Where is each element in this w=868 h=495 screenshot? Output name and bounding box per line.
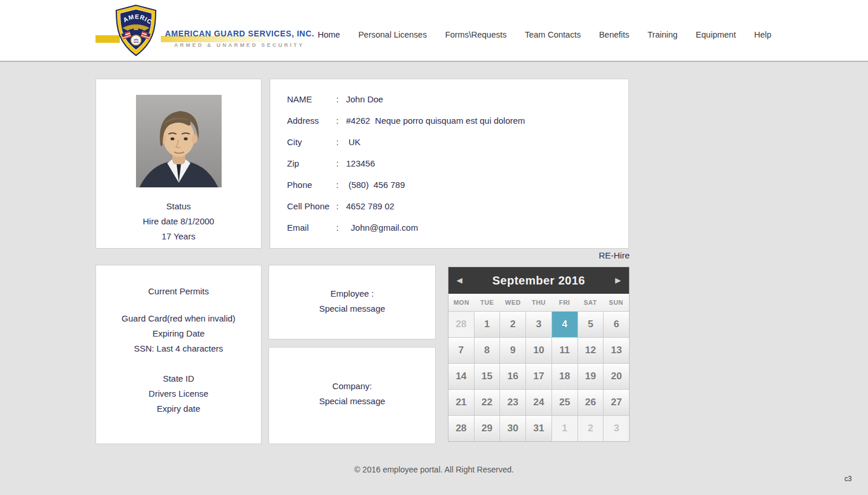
nav-item-forms-requests[interactable]: Forms\Requests [445,30,506,39]
calendar-day[interactable]: 19 [578,364,604,389]
calendar-prev-month-icon[interactable]: ◀ [453,267,466,294]
permits-group-state-id: State IDDrivers LicenseExpiry date [96,371,261,416]
status-line-1: Hire date 8/1/2000 [96,214,261,229]
calendar-day[interactable]: 13 [604,338,629,363]
calendar-day[interactable]: 5 [578,312,604,337]
calendar-dayname-mon: MON [448,294,475,311]
calendar-day[interactable]: 14 [448,364,474,389]
calendar-day[interactable]: 2 [578,416,604,441]
calendar-day[interactable]: 7 [448,338,474,363]
calendar-day[interactable]: 6 [604,312,629,337]
permit-line-state-id: State ID [96,371,261,386]
nav-item-training[interactable]: Training [648,30,678,39]
info-label: Cell Phone [287,201,336,211]
info-label: Phone [287,180,336,190]
info-colon: : [336,223,346,232]
permit-line-expiring-date: Expiring Date [96,326,261,341]
calendar-day-selected[interactable]: 4 [552,312,578,337]
calendar-day[interactable]: 16 [500,364,525,389]
status-block: StatusHire date 8/1/200017 Years [96,199,261,244]
company-message-title: Company: [269,379,435,394]
calendar-day[interactable]: 31 [526,416,551,441]
calendar-day[interactable]: 9 [500,338,525,363]
calendar-dayname-sat: SAT [578,294,604,311]
info-colon: : [336,116,346,125]
nav-item-team-contacts[interactable]: Team Contacts [525,30,581,39]
current-permits-panel: Current Permits Guard Card(red when inva… [95,265,262,444]
calendar-day[interactable]: 18 [552,364,578,389]
info-colon: : [336,94,346,104]
calendar-next-month-icon[interactable]: ▶ [612,267,624,294]
calendar-day[interactable]: 27 [604,390,629,415]
calendar-day[interactable]: 24 [526,390,551,415]
calendar-day[interactable]: 10 [526,338,551,363]
calendar-grid: 2812345678910111213141516171819202122232… [448,312,629,441]
calendar-day[interactable]: 26 [578,390,604,415]
permit-line-ssn-last-4-characters: SSN: Last 4 characters [96,341,261,356]
info-value: 123456 [346,158,375,168]
footer-copyright: © 2016 employee portal. All Right Reserv… [0,465,868,474]
info-row-city: City: UK [287,131,628,153]
company-logo-shield-icon: AMERICAN ⚖ [113,4,159,57]
info-colon: : [336,201,346,211]
company-tagline: ARMED & UNARMED SECURITY [174,42,304,48]
info-row-name: NAME:John Doe [287,88,628,110]
calendar-day[interactable]: 22 [475,390,500,415]
info-label: Email [287,223,336,232]
calendar-day[interactable]: 29 [475,416,500,441]
info-value: John@gmail.com [346,223,418,232]
employee-info-panel: NAME:John DoeAddress:#4262 Neque porro q… [270,79,629,249]
status-line-2: 17 Years [96,229,261,244]
corner-label: c3 [844,475,852,483]
nav-item-equipment[interactable]: Equipment [696,30,735,39]
calendar-day[interactable]: 11 [552,338,578,363]
calendar-day[interactable]: 3 [604,416,629,441]
info-row-address: Address:#4262 Neque porro quisquam est q… [287,110,628,131]
status-line-0: Status [96,199,261,214]
info-label: Zip [287,158,336,168]
calendar-day[interactable]: 20 [604,364,629,389]
info-value: UK [346,137,361,147]
calendar-day[interactable]: 3 [526,312,551,337]
calendar-day[interactable]: 28 [448,416,474,441]
calendar-day[interactable]: 1 [475,312,500,337]
calendar-day[interactable]: 2 [500,312,525,337]
info-rows: NAME:John DoeAddress:#4262 Neque porro q… [287,88,628,238]
info-value: 4652 789 02 [346,201,394,211]
calendar-month-title: September 2016 [492,274,585,287]
info-colon: : [336,137,346,147]
nav-item-help[interactable]: Help [754,30,771,39]
calendar-day[interactable]: 23 [500,390,525,415]
calendar-day[interactable]: 12 [578,338,604,363]
employee-message-title: Employee : [269,286,435,301]
calendar-dayname-wed: WED [500,294,526,311]
employee-photo [136,95,222,187]
calendar-day[interactable]: 1 [552,416,578,441]
company-message-body: Special message [269,394,435,409]
info-colon: : [336,180,346,190]
calendar-day[interactable]: 8 [475,338,500,363]
nav-item-personal-licenses[interactable]: Personal Licenses [358,30,427,39]
employee-message-panel: Employee : Special message [269,265,436,339]
calendar-day[interactable]: 17 [526,364,551,389]
info-label: City [287,137,336,147]
calendar-day[interactable]: 28 [448,312,474,337]
calendar-day[interactable]: 21 [448,390,474,415]
info-value: (580) 456 789 [346,180,405,190]
company-name: AMERICAN GUARD SERVICES, INC. [165,29,314,38]
calendar-header: ◀ September 2016 ▶ [448,267,629,294]
calendar-day[interactable]: 15 [475,364,500,389]
calendar-day[interactable]: 25 [552,390,578,415]
header: AMERICAN ⚖ AMERICAN GUARD SERVICES, INC.… [0,0,868,62]
company-message-panel: Company: Special message [269,347,436,444]
info-row-email: Email: John@gmail.com [287,217,628,238]
info-colon: : [336,158,346,168]
info-value: John Doe [346,94,383,104]
info-row-zip: Zip:123456 [287,153,628,174]
calendar-day[interactable]: 30 [500,416,525,441]
nav-item-benefits[interactable]: Benefits [599,30,629,39]
employee-photo-card: StatusHire date 8/1/200017 Years [95,79,262,249]
rehire-link[interactable]: RE-Hire [448,250,630,260]
employee-message-body: Special message [269,301,435,316]
nav-item-home[interactable]: Home [318,30,340,39]
